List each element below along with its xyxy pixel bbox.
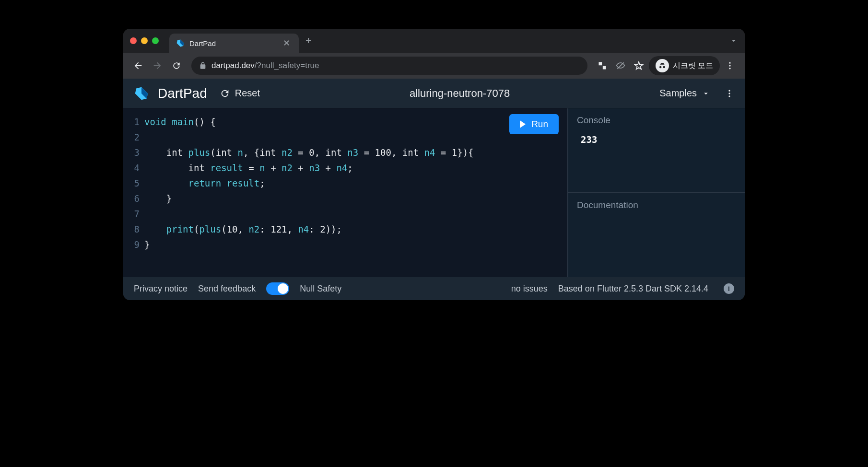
url-text: dartpad.dev/?null_safety=true [211, 61, 319, 70]
tab-strip: DartPad ✕ + [123, 29, 745, 53]
line-number: 4 [123, 160, 140, 175]
line-number: 7 [123, 206, 140, 222]
run-label: Run [531, 119, 548, 129]
browser-tab[interactable]: DartPad ✕ [169, 34, 299, 53]
app-body: 1 2 3 4 5 6 7 8 9 void main() { int plus… [123, 108, 745, 277]
version-info: Based on Flutter 2.5.3 Dart SDK 2.14.4 [558, 284, 708, 294]
app-footer: Privacy notice Send feedback Null Safety… [123, 277, 745, 300]
line-number: 1 [123, 114, 140, 129]
window-maximize-button[interactable] [152, 37, 159, 44]
url-path: /?null_safety=true [255, 61, 319, 70]
tab-close-button[interactable]: ✕ [281, 38, 292, 48]
nav-back-button[interactable] [130, 58, 146, 74]
tabs-dropdown-button[interactable] [729, 36, 738, 45]
dartpad-logo-icon [134, 86, 149, 101]
null-safety-label: Null Safety [300, 284, 341, 294]
incognito-icon [656, 59, 669, 72]
privacy-link[interactable]: Privacy notice [134, 284, 188, 294]
line-number: 2 [123, 129, 140, 145]
play-icon [520, 120, 526, 128]
svg-point-3 [728, 90, 730, 91]
tab-title: DartPad [189, 39, 276, 47]
nav-reload-button[interactable] [168, 58, 185, 74]
reset-icon [220, 88, 230, 99]
documentation-header: Documentation [577, 200, 736, 210]
editor-pane: 1 2 3 4 5 6 7 8 9 void main() { int plus… [123, 108, 567, 277]
svg-point-0 [729, 62, 730, 64]
dart-favicon [176, 39, 185, 47]
browser-window: DartPad ✕ + dartpad.dev/?null_safety=tru… [123, 29, 745, 300]
null-safety-toggle[interactable] [266, 282, 289, 295]
feedback-link[interactable]: Send feedback [198, 284, 256, 294]
window-close-button[interactable] [130, 37, 137, 44]
app-menu-button[interactable] [725, 89, 734, 98]
console-section: Console 233 [568, 108, 745, 193]
issues-status: no issues [511, 284, 548, 294]
nav-forward-button[interactable] [149, 58, 165, 74]
line-number: 3 [123, 145, 140, 160]
lock-icon [199, 62, 207, 70]
svg-point-4 [728, 93, 730, 94]
address-bar[interactable]: dartpad.dev/?null_safety=true [191, 57, 587, 75]
documentation-section: Documentation [568, 193, 745, 277]
info-icon[interactable]: i [724, 283, 734, 294]
svg-point-5 [728, 95, 730, 97]
line-number: 5 [123, 175, 140, 191]
run-button[interactable]: Run [509, 114, 559, 134]
line-gutter: 1 2 3 4 5 6 7 8 9 [123, 108, 140, 277]
toggle-knob [278, 283, 288, 294]
eye-off-icon[interactable] [612, 58, 629, 74]
line-number: 8 [123, 222, 140, 237]
url-host: dartpad.dev [211, 61, 255, 70]
traffic-lights [130, 37, 159, 44]
app-name: DartPad [158, 86, 207, 101]
window-minimize-button[interactable] [141, 37, 148, 44]
incognito-badge[interactable]: 시크릿 모드 [649, 56, 720, 75]
project-name: alluring-neutron-7078 [269, 87, 651, 100]
line-number: 6 [123, 191, 140, 206]
bookmark-star-icon[interactable] [631, 58, 647, 74]
samples-dropdown[interactable]: Samples [659, 88, 710, 99]
translate-icon[interactable] [594, 58, 610, 74]
app-header: DartPad Reset alluring-neutron-7078 Samp… [123, 79, 745, 108]
line-number: 9 [123, 237, 140, 252]
reset-button[interactable]: Reset [220, 88, 260, 99]
browser-toolbar: dartpad.dev/?null_safety=true 시크릿 모드 [123, 53, 745, 79]
reset-label: Reset [235, 88, 260, 99]
console-output: 233 [577, 134, 736, 145]
console-header: Console [577, 115, 736, 126]
browser-menu-button[interactable] [722, 58, 738, 74]
samples-label: Samples [659, 88, 697, 99]
chevron-down-icon [702, 89, 710, 98]
new-tab-button[interactable]: + [305, 35, 312, 47]
incognito-label: 시크릿 모드 [673, 61, 713, 71]
svg-point-2 [729, 68, 730, 69]
svg-point-1 [729, 65, 730, 66]
code-editor[interactable]: void main() { int plus(int n, {int n2 = … [140, 108, 567, 277]
side-pane: Console 233 Documentation [567, 108, 745, 277]
